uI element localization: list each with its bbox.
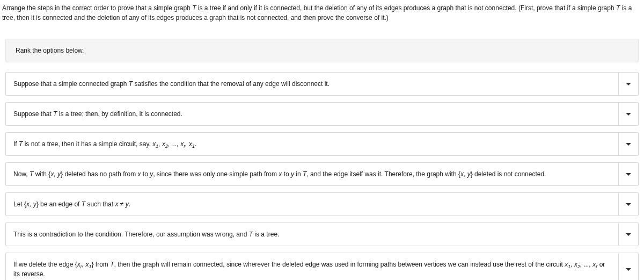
option-row[interactable]: Suppose that T is a tree; then, by defin… [5,102,639,126]
option-dropdown-handle[interactable] [618,162,639,186]
option-dropdown-handle[interactable] [618,102,639,126]
option-row[interactable]: If T is not a tree, then it has a simple… [5,132,639,156]
chevron-down-icon [626,83,631,85]
option-text: If we delete the edge {xr, x1} from T, t… [5,253,618,280]
option-row[interactable]: Let {x, y} be an edge of T such that x ≠… [5,192,639,216]
prompt-var-T: T [192,4,196,12]
option-dropdown-handle[interactable] [618,72,639,96]
prompt-text: is a tree if and only if it is connected… [196,4,616,12]
option-dropdown-handle[interactable] [618,253,639,280]
option-dropdown-handle[interactable] [618,192,639,216]
chevron-down-icon [626,113,631,116]
option-text: Suppose that a simple connected graph T … [5,72,618,96]
option-row[interactable]: Now, T with {x, y} deleted has no path f… [5,162,639,186]
prompt-text: Arrange the steps in the correct order t… [2,4,192,12]
chevron-down-icon [626,143,631,146]
option-text: Let {x, y} be an edge of T such that x ≠… [5,192,618,216]
instruction-text: Rank the options below. [16,47,84,54]
chevron-down-icon [626,233,631,236]
option-row[interactable]: If we delete the edge {xr, x1} from T, t… [5,253,639,280]
option-text: This is a contradiction to the condition… [5,222,618,246]
option-row[interactable]: Suppose that a simple connected graph T … [5,72,639,96]
instruction-bar: Rank the options below. [5,39,639,62]
option-dropdown-handle[interactable] [618,132,639,156]
chevron-down-icon [626,173,631,176]
option-text: If T is not a tree, then it has a simple… [5,132,618,156]
question-prompt: Arrange the steps in the correct order t… [0,0,644,28]
chevron-down-icon [626,268,631,271]
option-dropdown-handle[interactable] [618,222,639,246]
options-container: Suppose that a simple connected graph T … [0,72,644,280]
chevron-down-icon [626,203,631,206]
option-row[interactable]: This is a contradiction to the condition… [5,222,639,246]
option-text: Suppose that T is a tree; then, by defin… [5,102,618,126]
option-text: Now, T with {x, y} deleted has no path f… [5,162,618,186]
